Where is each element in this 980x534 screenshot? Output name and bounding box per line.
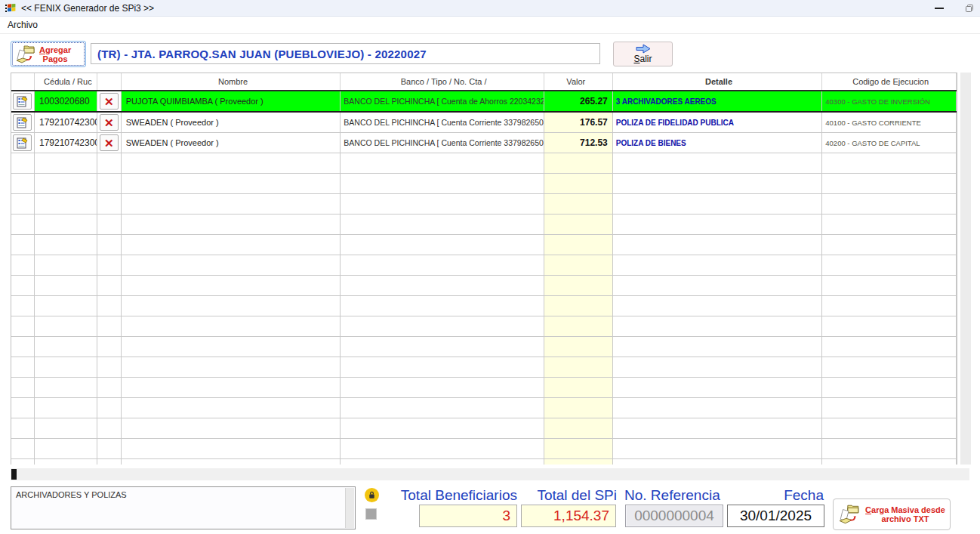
empty-table-row[interactable] [11, 276, 957, 296]
table-row[interactable]: 1792107423001 ✕ SWEADEN ( Proveedor ) BA… [11, 113, 957, 133]
edit-form-icon [17, 137, 29, 149]
codigo-cell: 40300 - GASTO DE INVERSIÓN [822, 91, 957, 111]
detalle-cell: POLIZA DE BIENES [613, 133, 823, 153]
edit-row-button[interactable] [13, 93, 32, 110]
empty-table-row[interactable] [11, 296, 957, 316]
edit-cell [11, 133, 35, 153]
delete-x-icon: ✕ [104, 137, 114, 149]
empty-table-row[interactable] [11, 337, 957, 357]
empty-table-row[interactable] [11, 194, 957, 215]
delete-x-icon: ✕ [104, 96, 114, 107]
notes-textarea[interactable]: ARCHIVADORES Y POLIZAS [11, 486, 356, 529]
no-referencia-field: 0000000004 [625, 505, 723, 527]
empty-table-row[interactable] [11, 418, 957, 439]
detalle-cell: POLIZA DE FIDELIDAD PUBLICA [613, 113, 823, 132]
header-detalle[interactable]: Detalle [613, 73, 823, 90]
banco-cell: BANCO DEL PICHINCHA [ Cuenta de Ahorros … [341, 91, 544, 111]
empty-table-row[interactable] [11, 459, 957, 465]
header-banco[interactable]: Banco / Tipo / No. Cta / [341, 73, 544, 90]
header-edit-col [11, 73, 35, 90]
edit-form-icon [17, 117, 29, 128]
valor-cell: 176.57 [544, 113, 613, 132]
cedula-cell: 1792107423001 [35, 133, 97, 153]
minimize-button[interactable] [926, 0, 953, 17]
edit-row-button[interactable] [13, 134, 32, 151]
delete-row-button[interactable]: ✕ [100, 134, 119, 151]
total-spi-field: 1,154.37 [521, 505, 616, 527]
folder-arrow-icon [15, 44, 36, 65]
delete-x-icon: ✕ [104, 117, 114, 128]
header-cedula[interactable]: Cédula / Ruc [35, 73, 97, 90]
agregar-pagos-label: Agregar Pagos [39, 45, 71, 63]
title-bar: << FENIX Generador de SPi3 >> [0, 0, 980, 17]
delete-cell: ✕ [97, 133, 122, 153]
horizontal-scrollbar[interactable] [11, 468, 969, 480]
empty-table-row[interactable] [11, 357, 957, 378]
app-window-icon [5, 3, 17, 14]
empty-table-row[interactable] [11, 235, 957, 255]
grid-body: 1003020680 ✕ PUJOTA QUIMBIAMBA ( Proveed… [11, 91, 957, 465]
header-nombre[interactable]: Nombre [122, 73, 341, 90]
entity-name-field[interactable]: (TR) - JTA. PARROQ.SAN JUAN (PUEBLOVIEJO… [91, 43, 600, 64]
minimize-icon [935, 8, 944, 9]
vertical-scrollbar[interactable] [960, 73, 971, 465]
edit-row-button[interactable] [13, 114, 32, 131]
fecha-label: Fecha [721, 487, 824, 504]
salir-label: Salir [633, 54, 652, 64]
empty-table-row[interactable] [11, 153, 957, 174]
exit-arrow-icon [635, 44, 652, 54]
banco-cell: BANCO DEL PICHINCHA [ Cuenta Corriente 3… [341, 113, 544, 132]
restore-icon [965, 4, 974, 13]
header-valor[interactable]: Valor [544, 73, 613, 90]
nombre-cell: SWEADEN ( Proveedor ) [122, 133, 341, 153]
edit-cell [11, 91, 35, 111]
carga-masiva-button[interactable]: Carga Masiva desde archivo TXT [833, 499, 951, 530]
entity-name-value: (TR) - JTA. PARROQ.SAN JUAN (PUEBLOVIEJO… [97, 48, 427, 60]
agregar-pagos-button[interactable]: Agregar Pagos [11, 41, 86, 67]
horizontal-scrollbar-thumb[interactable] [11, 469, 17, 480]
cedula-cell: 1003020680 [35, 91, 97, 111]
empty-table-row[interactable] [11, 215, 957, 235]
notes-scrollbar[interactable] [345, 488, 354, 528]
delete-row-button[interactable]: ✕ [100, 114, 119, 131]
window-title: << FENIX Generador de SPi3 >> [21, 3, 154, 14]
cedula-cell: 1792107423001 [35, 113, 97, 132]
empty-table-row[interactable] [11, 316, 957, 337]
menu-archivo[interactable]: Archivo [2, 20, 44, 30]
table-row[interactable]: 1792107423001 ✕ SWEADEN ( Proveedor ) BA… [11, 133, 957, 153]
empty-table-row[interactable] [11, 174, 957, 194]
carga-masiva-label: Carga Masiva desde archivo TXT [864, 505, 950, 523]
empty-table-row[interactable] [11, 439, 957, 459]
empty-table-row[interactable] [11, 255, 957, 276]
valor-cell: 712.53 [544, 133, 613, 153]
folder-arrow-icon [838, 502, 861, 526]
menu-bar: Archivo [0, 17, 980, 34]
edit-form-icon [17, 96, 29, 107]
fecha-field[interactable]: 30/01/2025 [727, 505, 824, 527]
header-delete-col [97, 73, 122, 90]
notes-value: ARCHIVADORES Y POLIZAS [16, 490, 127, 499]
empty-table-row[interactable] [11, 398, 957, 418]
header-codigo[interactable]: Codigo de Ejecucion [822, 73, 957, 90]
restore-button[interactable] [956, 0, 980, 17]
banco-cell: BANCO DEL PICHINCHA [ Cuenta Corriente 3… [341, 133, 544, 153]
valor-cell: 265.27 [544, 91, 613, 111]
detalle-cell: 3 ARCHIVADORES AEREOS [613, 91, 823, 111]
payments-grid: Cédula / Ruc Nombre Banco / Tipo / No. C… [11, 73, 957, 465]
status-square[interactable] [365, 508, 377, 520]
table-row[interactable]: 1003020680 ✕ PUJOTA QUIMBIAMBA ( Proveed… [11, 91, 957, 113]
delete-row-button[interactable]: ✕ [100, 93, 119, 110]
delete-cell: ✕ [97, 113, 122, 132]
salir-button[interactable]: Salir [613, 42, 673, 66]
nombre-cell: SWEADEN ( Proveedor ) [122, 113, 341, 132]
total-beneficiarios-field: 3 [419, 505, 517, 527]
delete-cell: ✕ [97, 91, 122, 111]
total-spi-label: Total del SPi [521, 487, 617, 504]
no-referencia-label: No. Referencia [624, 487, 730, 504]
grid-header-row: Cédula / Ruc Nombre Banco / Tipo / No. C… [11, 73, 957, 91]
edit-cell [11, 113, 35, 132]
total-beneficiarios-label: Total Beneficiarios [378, 487, 517, 504]
codigo-cell: 40200 - GASTO DE CAPITAL [822, 133, 957, 153]
empty-table-row[interactable] [11, 378, 957, 398]
nombre-cell: PUJOTA QUIMBIAMBA ( Proveedor ) [122, 91, 341, 111]
